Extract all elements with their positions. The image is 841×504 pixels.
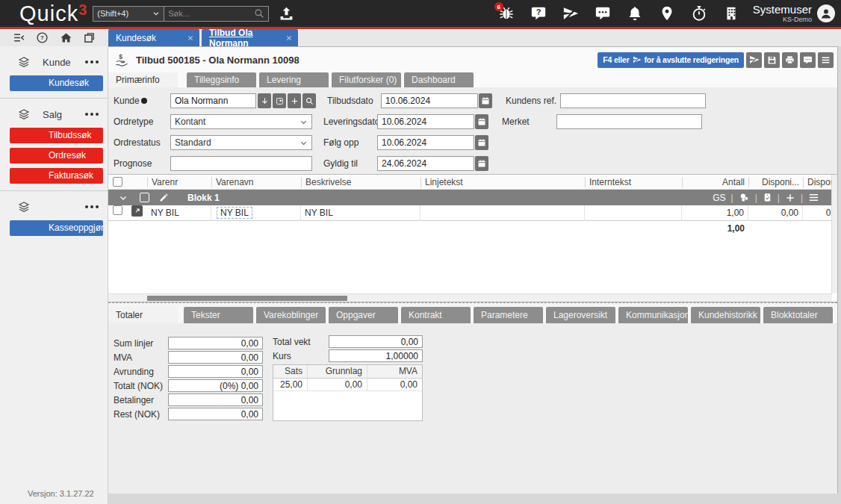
folgopp-input[interactable] [377,135,474,150]
tab-filutforsker[interactable]: Filutforsker (0) [332,72,401,87]
merket-input[interactable] [556,114,702,129]
window-tab-kundesok[interactable]: Kundesøk [108,29,199,46]
ordretype-select[interactable]: Kontant [170,114,312,129]
col-varenr[interactable]: Varenr [147,177,211,187]
betalinger-input[interactable] [168,393,263,406]
gyldigtil-input[interactable] [377,156,474,171]
row-checkbox[interactable] [108,205,127,221]
comment-button[interactable] [800,52,816,68]
cell-disponibelt[interactable]: 0,00 [748,205,803,221]
open-record-button[interactable] [273,93,286,108]
window-tab-tilbud[interactable]: Tilbud Ola Normann [202,29,298,46]
cell-beskrivelse[interactable]: NY BIL [301,205,420,221]
sidebar-item-tilbudssok[interactable]: Tilbudssøk [10,128,103,143]
close-icon[interactable] [187,35,193,41]
help-icon[interactable]: ? [36,31,49,44]
leveringsdato-input[interactable] [377,114,474,129]
tab-tekster[interactable]: Tekster [184,307,253,323]
col-varenavn[interactable]: Varenavn [211,177,301,187]
kurs-input[interactable] [329,349,423,362]
user-avatar-icon[interactable] [817,4,835,22]
col-disponibelt[interactable]: Disponi... [748,177,803,187]
col-antall[interactable]: Antall [682,177,748,187]
mva-input[interactable] [168,351,263,364]
sumlinjer-input[interactable] [168,337,263,349]
tag-check-icon[interactable] [763,193,772,202]
ordrestatus-select[interactable]: Standard [170,135,312,150]
cell-antall[interactable]: 1,00 [682,205,748,221]
tab-levering[interactable]: Levering [259,72,329,87]
bug-report-icon[interactable]: 6 [498,5,515,22]
cell-varenavn-editing[interactable]: NY BIL [211,205,301,221]
add-kunde-button[interactable] [288,93,301,108]
search-kunde-button[interactable] [302,93,316,108]
calendar-icon[interactable] [479,93,492,108]
collapse-menu-icon[interactable] [13,31,25,44]
col-beskrivelse[interactable]: Beskrivelse [301,177,420,187]
section-menu-icon[interactable] [85,60,100,63]
cell-interntekst[interactable] [585,205,682,221]
vertical-scrollbar[interactable] [831,175,837,293]
horizontal-scrollbar[interactable] [108,293,832,302]
open-line-button[interactable] [127,205,147,221]
sidebar-item-kundesok[interactable]: Kundesøk [10,75,103,91]
bell-icon[interactable] [627,5,643,22]
totalt-input[interactable] [168,379,263,392]
tab-kommunikasjon[interactable]: Kommunikasjon [618,307,688,323]
calendar-icon[interactable] [475,135,488,150]
user-info[interactable]: Systemuser KS-Demo [753,4,812,23]
stopwatch-icon[interactable] [691,5,707,22]
tab-oppgaver[interactable]: Oppgaver [329,307,398,323]
tab-tilleggsinfo[interactable]: Tilleggsinfo [187,72,256,87]
rest-input[interactable] [168,408,263,420]
order-line-row[interactable]: NY BIL NY BIL NY BIL 1,00 0,00 0,00 [108,205,837,221]
upload-icon[interactable] [279,6,294,22]
collapse-block-icon[interactable] [119,193,128,202]
tab-parametere[interactable]: Parametere [474,307,543,323]
kundensref-input[interactable] [560,93,706,108]
save-button[interactable] [764,52,780,68]
chat-icon[interactable] [595,5,611,22]
edit-block-icon[interactable] [159,193,169,202]
close-icon[interactable] [286,35,292,41]
end-edit-banner[interactable]: F4 eller for å avslutte redigeringen [598,52,744,68]
tab-kundehistorikk[interactable]: Kundehistorikk [691,307,760,323]
search-input[interactable] [168,9,254,18]
location-pin-icon[interactable] [659,5,675,22]
section-menu-icon[interactable] [85,113,100,116]
add-line-icon[interactable] [785,193,795,203]
sidebar-item-fakturasok[interactable]: Fakturasøk [10,168,103,184]
tab-kontrakt[interactable]: Kontrakt [401,307,471,323]
plane-crossed-icon[interactable] [562,5,579,22]
tilbudsdato-input[interactable] [381,93,478,108]
group-icon[interactable] [739,192,750,203]
cell-varenr[interactable]: NY BIL [147,205,211,221]
kunde-dropdown-button[interactable] [258,93,271,108]
sidebar-item-kasseoppgjor[interactable]: Kasseoppgjør [10,220,103,236]
prognose-input[interactable] [170,156,312,171]
block-name[interactable]: Blokk 1 [187,193,220,203]
select-all-checkbox[interactable] [108,177,127,187]
scrollbar-thumb[interactable] [147,296,347,301]
search-scope-dropdown[interactable]: (Shift+4) [93,6,164,22]
col-linjetekst[interactable]: Linjetekst [420,177,585,187]
avrunding-input[interactable] [168,365,263,378]
search-icon[interactable] [254,8,264,19]
sidebar-item-ordresok[interactable]: Ordresøk [10,148,103,164]
help-bubble-icon[interactable]: ? [530,5,547,22]
new-window-icon[interactable] [83,31,96,44]
block-checkbox[interactable] [140,193,149,202]
tab-blokktotaler[interactable]: Blokktotaler [763,307,833,323]
print-button[interactable] [782,52,798,68]
calendar-icon[interactable] [475,156,488,171]
tab-lageroversikt[interactable]: Lageroversikt [546,307,615,323]
cell-linjetekst[interactable] [420,205,585,221]
kunde-input[interactable] [170,93,256,108]
block-menu-icon[interactable] [808,192,819,203]
vat-row[interactable]: 25,00 0,00 0,00 [273,379,422,391]
totalvekt-input[interactable] [329,335,423,348]
tab-varekoblinger[interactable]: Varekoblinger [256,307,326,323]
end-edit-button[interactable] [746,52,762,68]
building-icon[interactable] [723,5,739,22]
menu-button[interactable] [818,52,834,68]
